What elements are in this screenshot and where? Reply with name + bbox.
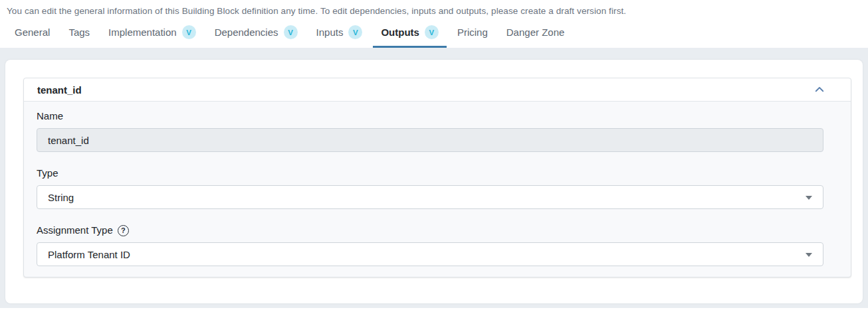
caret-down-icon: [806, 253, 812, 257]
question-circle-icon[interactable]: ?: [118, 225, 129, 236]
type-field-group: Type String: [37, 167, 823, 209]
tab-label: General: [15, 27, 50, 38]
version-badge: V: [348, 25, 362, 39]
page-header: You can edit the general information of …: [0, 0, 868, 48]
tab-label: Tags: [68, 27, 90, 38]
tab-general[interactable]: General: [7, 25, 59, 46]
tab-dependencies[interactable]: Dependencies V: [205, 24, 307, 48]
tab-label: Outputs: [381, 27, 419, 38]
tab-danger-zone[interactable]: Danger Zone: [497, 25, 574, 46]
assignment-type-select-value: Platform Tenant ID: [48, 249, 130, 260]
version-badge: V: [182, 25, 196, 39]
type-label: Type: [37, 167, 823, 180]
name-field-group: Name: [37, 110, 823, 152]
tab-tags[interactable]: Tags: [59, 25, 99, 46]
notice-text: You can edit the general information of …: [7, 6, 861, 16]
output-accordion-panel: tenant_id Name: [23, 78, 851, 277]
name-label: Name: [37, 110, 823, 123]
assignment-type-select[interactable]: Platform Tenant ID: [37, 242, 823, 266]
tab-bar: General Tags Implementation V Dependenci…: [7, 24, 861, 48]
tab-label: Dependencies: [215, 27, 278, 38]
tab-label: Pricing: [457, 27, 488, 38]
tab-pricing[interactable]: Pricing: [448, 25, 497, 46]
output-panel-header[interactable]: tenant_id: [24, 78, 851, 102]
tab-inputs[interactable]: Inputs V: [307, 24, 372, 48]
tab-label: Implementation: [108, 27, 177, 38]
version-badge: V: [425, 25, 439, 39]
tab-label: Inputs: [316, 27, 344, 38]
type-select-value: String: [48, 192, 74, 203]
chevron-up-icon[interactable]: [814, 84, 825, 96]
type-select[interactable]: String: [37, 185, 823, 209]
page: You can edit the general information of …: [0, 0, 868, 308]
name-input[interactable]: [37, 128, 823, 152]
caret-down-icon: [806, 196, 812, 200]
content-area: tenant_id Name: [0, 48, 868, 308]
assignment-type-field-group: Assignment Type ? Platform Tenant ID: [37, 224, 823, 266]
output-panel-body: Name Type String: [24, 102, 851, 266]
tab-implementation[interactable]: Implementation V: [99, 24, 205, 48]
tab-label: Danger Zone: [506, 27, 565, 38]
assignment-type-label: Assignment Type ?: [37, 224, 823, 237]
tab-outputs[interactable]: Outputs V: [372, 24, 448, 48]
version-badge: V: [284, 25, 298, 39]
outputs-card: tenant_id Name: [5, 60, 863, 303]
output-name-title: tenant_id: [37, 84, 82, 96]
